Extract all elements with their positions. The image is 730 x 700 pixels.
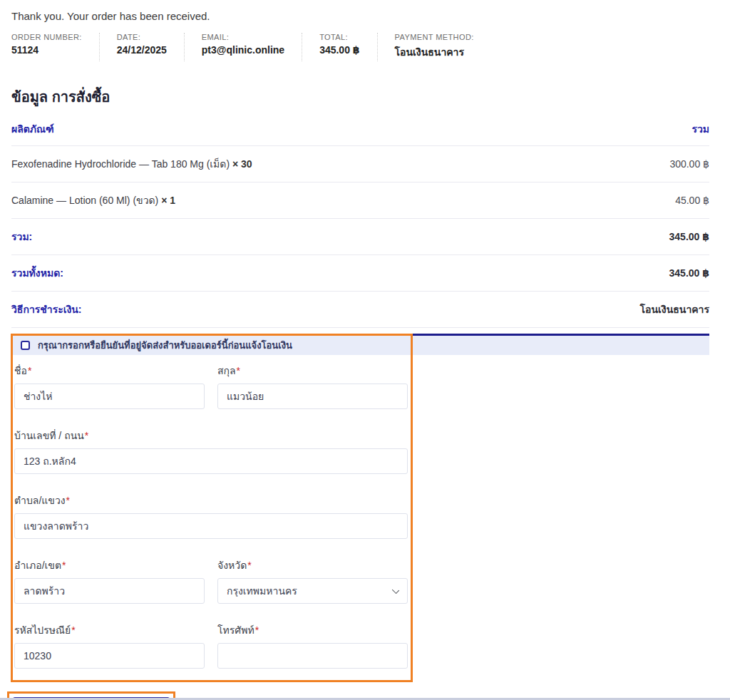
district-input[interactable]: [14, 578, 205, 604]
district-field-group: อำเภอ/เขต*: [14, 557, 205, 604]
subdistrict-label: ตำบล/แขวง*: [14, 493, 408, 508]
payment-method-row: วิธีการชำระเงิน: โอนเงินธนาคาร: [11, 292, 709, 328]
required-asterisk: *: [255, 624, 259, 636]
address-field-group: บ้านเลขที่ / ถนน*: [14, 428, 408, 474]
product-name-cell: Calamine — Lotion (60 Ml) (ขวด) × 1: [11, 182, 553, 219]
payment-method-row-label: วิธีการชำระเงิน:: [11, 292, 553, 328]
required-asterisk: *: [85, 430, 88, 441]
order-received-page: Thank you. Your order has been received.…: [0, 10, 730, 700]
thank-you-message: Thank you. Your order has been received.: [11, 10, 709, 22]
order-email-item: EMAIL: pt3@qlinic.online: [184, 33, 302, 61]
order-total-item: TOTAL: 345.00 ฿: [302, 33, 376, 61]
required-asterisk: *: [66, 495, 70, 506]
phone-field-group: โทรศัพท์*: [217, 622, 408, 669]
order-date-label: DATE:: [117, 33, 167, 41]
last-name-input[interactable]: [217, 384, 408, 409]
product-qty: × 1: [161, 195, 175, 206]
grand-total-row: รวมทั้งหมด: 345.00 ฿: [11, 255, 709, 292]
confirm-address-checkbox[interactable]: [21, 341, 30, 350]
line-total-cell: 45.00 ฿: [553, 182, 709, 219]
subtotal-value: 345.00 ฿: [553, 219, 709, 255]
required-asterisk: *: [28, 365, 31, 376]
order-item-row: Fexofenadine Hydrochloride — Tab 180 Mg …: [11, 146, 709, 182]
province-label: จังหวัด*: [217, 557, 408, 573]
order-item-row: Calamine — Lotion (60 Ml) (ขวด) × 1 45.0…: [11, 182, 709, 219]
order-number-value: 51124: [11, 44, 82, 56]
first-name-label: ชื่อ*: [14, 363, 205, 379]
grand-total-value: 345.00 ฿: [553, 255, 709, 292]
subtotal-label: รวม:: [11, 219, 553, 255]
first-name-field-group: ชื่อ*: [14, 363, 205, 409]
address-input[interactable]: [14, 448, 408, 474]
order-email-label: EMAIL:: [202, 33, 284, 41]
grand-total-label: รวมทั้งหมด:: [11, 255, 553, 292]
last-name-label: สกุล*: [217, 363, 408, 379]
required-asterisk: *: [237, 365, 240, 376]
province-select[interactable]: กรุงเทพมหานคร: [217, 578, 408, 604]
shipping-form-fields: ชื่อ* สกุล* บ้านเลขที่ / ถนน* ตำบล/แขวง*: [11, 355, 408, 680]
product-name: Calamine — Lotion (60 Ml) (ขวด): [11, 195, 158, 206]
order-total-label: TOTAL:: [319, 33, 359, 41]
payment-method-row-value: โอนเงินธนาคาร: [553, 292, 709, 328]
product-column-header: ผลิตภัณฑ์: [11, 118, 553, 146]
order-number-item: ORDER NUMBER: 51124: [11, 33, 99, 61]
line-total-cell: 300.00 ฿: [553, 146, 709, 182]
province-field-group: จังหวัด* กรุงเทพมหานคร: [217, 557, 408, 604]
required-asterisk: *: [71, 624, 75, 636]
form-header-bar: กรุณากรอกหรือยืนยันที่อยู่จัดส่งสำหรับออ…: [11, 336, 709, 355]
subdistrict-input[interactable]: [14, 513, 408, 539]
form-header-text: กรุณากรอกหรือยืนยันที่อยู่จัดส่งสำหรับออ…: [38, 338, 292, 353]
address-label: บ้านเลขที่ / ถนน*: [14, 428, 408, 443]
postcode-input[interactable]: [14, 643, 205, 669]
payment-method-value: โอนเงินธนาคาร: [395, 44, 474, 60]
subtotal-row: รวม: 345.00 ฿: [11, 219, 709, 255]
required-asterisk: *: [62, 560, 66, 571]
order-email-value: pt3@qlinic.online: [202, 44, 284, 56]
phone-label: โทรศัพท์*: [217, 622, 408, 638]
payment-method-item: PAYMENT METHOD: โอนเงินธนาคาร: [377, 33, 491, 61]
product-name: Fexofenadine Hydrochloride — Tab 180 Mg …: [11, 158, 230, 170]
shipping-address-form-section: กรุณากรอกหรือยืนยันที่อยู่จัดส่งสำหรับออ…: [11, 334, 709, 680]
order-total-value: 345.00 ฿: [319, 44, 359, 56]
order-date-item: DATE: 24/12/2025: [99, 33, 184, 61]
subdistrict-field-group: ตำบล/แขวง*: [14, 493, 408, 539]
payment-method-label: PAYMENT METHOD:: [395, 33, 474, 41]
order-items-table: ผลิตภัณฑ์ รวม Fexofenadine Hydrochloride…: [11, 118, 709, 328]
table-header-row: ผลิตภัณฑ์ รวม: [11, 118, 709, 146]
order-date-value: 24/12/2025: [117, 44, 167, 56]
last-name-field-group: สกุล*: [217, 363, 408, 409]
order-details-title: ข้อมูล การสั่งซื้อ: [11, 86, 709, 108]
order-meta-strip: ORDER NUMBER: 51124 DATE: 24/12/2025 EMA…: [11, 33, 709, 61]
first-name-input[interactable]: [14, 384, 205, 409]
district-label: อำเภอ/เขต*: [14, 557, 205, 573]
product-qty: × 30: [232, 158, 252, 170]
postcode-field-group: รหัสไปรษณีย์*: [14, 622, 205, 669]
order-number-label: ORDER NUMBER:: [11, 33, 82, 41]
phone-input[interactable]: [217, 643, 408, 669]
postcode-label: รหัสไปรษณีย์*: [14, 622, 205, 638]
product-name-cell: Fexofenadine Hydrochloride — Tab 180 Mg …: [11, 146, 553, 182]
total-column-header: รวม: [553, 118, 709, 146]
required-asterisk: *: [247, 560, 251, 571]
